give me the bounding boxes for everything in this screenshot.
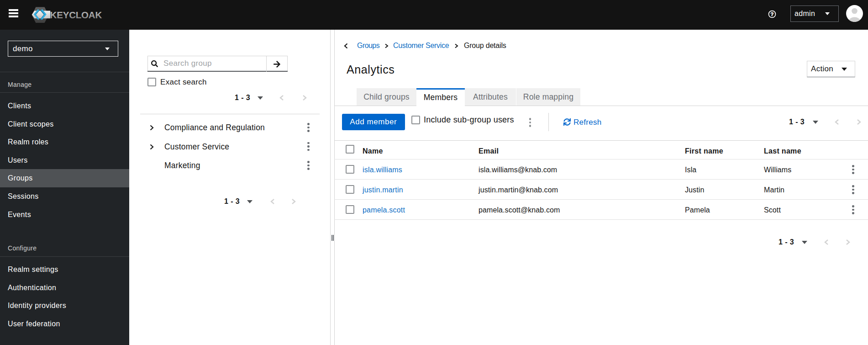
svg-text:KEYCLOAK: KEYCLOAK <box>50 10 102 20</box>
svg-text:?: ? <box>771 11 774 17</box>
